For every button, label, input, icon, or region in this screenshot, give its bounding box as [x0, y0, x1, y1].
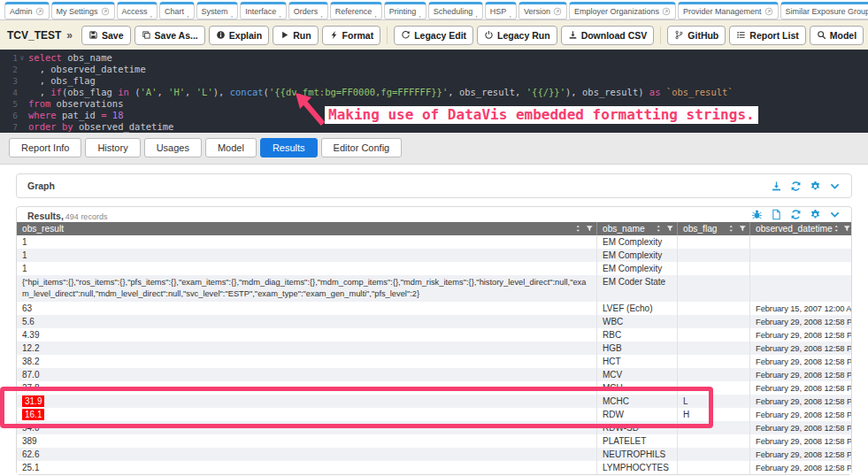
- cell-obs_name: MCV: [596, 368, 677, 381]
- table-row[interactable]: {"hpi_items":{},"ros_items":{},"pfs_item…: [17, 275, 851, 302]
- nav-tab-label: Printing: [389, 7, 417, 16]
- results-record-count: 494 records: [65, 212, 108, 221]
- table-row[interactable]: 1EM Complexity: [17, 235, 851, 249]
- gear-icon[interactable]: [810, 209, 821, 220]
- funnel-icon[interactable]: [586, 225, 594, 233]
- table-row[interactable]: 25.1LYMPHOCYTESFebruary 29, 2008 12:58 P…: [17, 461, 851, 474]
- table-row[interactable]: 5.6WBCFebruary 29, 2008 12:58 PM: [17, 315, 851, 328]
- nav-tab-label: Similar Exposure Groups (SEGs): [786, 7, 868, 16]
- table-row[interactable]: 389PLATELETFebruary 29, 2008 12:58 PM: [17, 434, 851, 448]
- cell-obs_flag: [677, 342, 749, 355]
- funnel-icon[interactable]: [666, 225, 674, 233]
- github-button[interactable]: GitHub: [667, 26, 726, 45]
- sort-icon[interactable]: [833, 225, 841, 233]
- tab-results[interactable]: Results: [260, 138, 318, 157]
- nav-tab-similar-exposure-groups-segs[interactable]: Similar Exposure Groups (SEGs): [780, 2, 868, 19]
- cell-observed_datetime: February 29, 2008 12:58 PM: [749, 355, 851, 368]
- fold-gap: [18, 98, 27, 110]
- button-label: Format: [342, 30, 374, 41]
- line-number: 7: [0, 121, 18, 133]
- table-row[interactable]: 16.1RDWHFebruary 29, 2008 12:58 PM: [17, 408, 851, 421]
- table-row[interactable]: 38.2HCTFebruary 29, 2008 12:58 PM: [17, 355, 851, 368]
- format-button[interactable]: Format: [322, 26, 381, 45]
- table-row[interactable]: 12.2HGBFebruary 29, 2008 12:58 PM: [17, 342, 851, 355]
- cell-observed_datetime: [749, 235, 851, 249]
- bug-icon[interactable]: [751, 209, 763, 220]
- git-branch-icon: [674, 30, 684, 40]
- gear-icon[interactable]: [810, 180, 821, 192]
- nav-tab-my-settings[interactable]: My Settings: [51, 2, 115, 19]
- chevron-down-icon[interactable]: [829, 180, 841, 192]
- info-circle-icon: [216, 30, 226, 40]
- tab-history[interactable]: History: [85, 138, 140, 157]
- cell-obs_flag: [677, 315, 749, 328]
- legacy-edit-button[interactable]: Legacy Edit: [394, 26, 473, 45]
- cell-obs_result: 62.6: [17, 448, 596, 461]
- report-list-button[interactable]: Report List: [729, 26, 805, 45]
- table-row[interactable]: 31.9MCHCLFebruary 29, 2008 12:58 PM: [17, 395, 851, 408]
- nav-tab-orders[interactable]: Orders,: [288, 2, 328, 19]
- save-as-button[interactable]: Save As...: [134, 26, 205, 45]
- nav-tab-hsp[interactable]: HSP,: [485, 2, 517, 19]
- cell-obs_name: RDW-SD: [596, 421, 677, 434]
- table-row[interactable]: 4.39RBCFebruary 29, 2008 12:58 PM: [17, 328, 851, 342]
- table-row[interactable]: 1EM Complexity: [17, 249, 851, 262]
- fold-gap: [18, 110, 27, 121]
- report-menu-chevron[interactable]: »: [66, 29, 73, 42]
- button-label: Explain: [229, 30, 262, 41]
- chevron-down-icon[interactable]: [829, 209, 841, 220]
- funnel-icon[interactable]: [843, 225, 851, 233]
- nav-tab-admin[interactable]: Admin: [4, 2, 50, 19]
- table-row[interactable]: 27.8MCHFebruary 29, 2008 12:58 PM: [17, 381, 851, 395]
- refresh-icon[interactable]: [790, 209, 802, 220]
- table-row[interactable]: 62.6NEUTROPHILSFebruary 29, 2008 12:58 P…: [17, 448, 851, 461]
- table-row[interactable]: 54.0RDW-SDFebruary 29, 2008 12:58 PM: [17, 421, 851, 434]
- tab-usages[interactable]: Usages: [144, 138, 202, 157]
- table-row[interactable]: 1EM Complexity: [17, 262, 851, 275]
- nav-tab-system[interactable]: System,: [196, 2, 239, 19]
- cell-observed_datetime: February 29, 2008 12:58 PM: [749, 328, 851, 342]
- model-button[interactable]: Model: [810, 26, 864, 45]
- nav-tab-label: Version: [524, 7, 550, 16]
- legacy-run-button[interactable]: Legacy Run: [477, 26, 557, 45]
- button-label: Run: [293, 30, 311, 41]
- table-row[interactable]: 63LVEF (Echo)February 15, 2007 12:00 AM: [17, 302, 851, 315]
- cell-observed_datetime: February 29, 2008 12:58 PM: [749, 368, 851, 381]
- nav-tab-provider-management[interactable]: Provider Management: [678, 2, 779, 19]
- table-row[interactable]: 87.0MCVFebruary 29, 2008 12:58 PM: [17, 368, 851, 381]
- cell-observed_datetime: February 29, 2008 12:58 PM: [749, 408, 851, 421]
- nav-tab-label: HSP: [490, 7, 507, 16]
- sort-icon[interactable]: [727, 225, 735, 233]
- nav-tab-interface[interactable]: Interface,: [240, 2, 287, 19]
- sort-icon[interactable]: [655, 225, 663, 233]
- save-button[interactable]: Save: [81, 26, 131, 45]
- sort-icon[interactable]: [574, 225, 582, 233]
- cell-obs_result: 54.0: [17, 421, 596, 434]
- funnel-icon[interactable]: [739, 225, 747, 233]
- download-csv-button[interactable]: Download CSV: [561, 26, 655, 45]
- tab-editor-config[interactable]: Editor Config: [321, 138, 403, 157]
- nav-tab-version[interactable]: Version: [518, 2, 567, 19]
- tab-report-info[interactable]: Report Info: [9, 138, 81, 157]
- graph-panel-header: Graph: [17, 174, 851, 197]
- fold-gap: [18, 75, 27, 87]
- file-icon[interactable]: [771, 209, 782, 220]
- run-button[interactable]: Run: [273, 26, 318, 45]
- refresh-icon[interactable]: [790, 180, 802, 192]
- nav-tab-employer-organizations[interactable]: Employer Organizations: [569, 2, 676, 19]
- button-label: Legacy Edit: [414, 30, 466, 41]
- nav-tab-chart[interactable]: Chart,: [159, 2, 195, 19]
- tab-model[interactable]: Model: [205, 138, 257, 157]
- column-header-obs-name: obs_name: [596, 222, 677, 235]
- button-label: Download CSV: [581, 30, 648, 41]
- column-header-controls: [574, 225, 593, 233]
- cell-obs_result: 1: [17, 249, 596, 262]
- nav-tab-printing[interactable]: Printing,: [384, 2, 426, 19]
- nav-tab-reference[interactable]: Reference,: [330, 2, 382, 19]
- cell-obs_name: EM Complexity: [596, 249, 677, 262]
- download-icon[interactable]: [771, 180, 782, 192]
- nav-tab-menu-mark: ,: [509, 10, 511, 19]
- nav-tab-scheduling[interactable]: Scheduling,: [428, 2, 483, 19]
- explain-button[interactable]: Explain: [209, 26, 269, 45]
- nav-tab-access[interactable]: Access,: [117, 2, 158, 19]
